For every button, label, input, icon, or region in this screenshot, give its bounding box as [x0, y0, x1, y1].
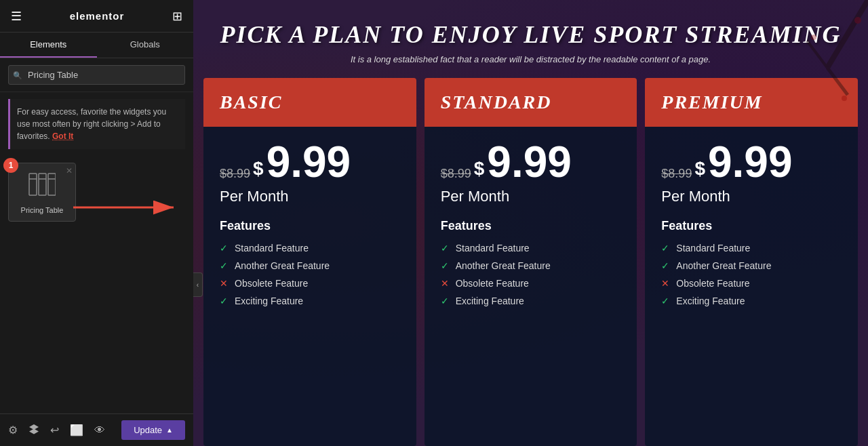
card-header-premium: Premium — [645, 78, 858, 127]
price-amount: 9.99 — [708, 140, 793, 184]
settings-icon[interactable]: ⚙ — [8, 424, 18, 437]
tab-elements[interactable]: Elements — [0, 33, 97, 58]
card-body-basic: $8.99 $ 9.99 Per Month Features ✓ Standa… — [203, 127, 416, 446]
features-label: Features — [661, 219, 842, 233]
price-currency: $ — [694, 158, 705, 180]
check-icon: ✓ — [220, 260, 228, 271]
feature-text: Standard Feature — [235, 243, 309, 254]
pricing-cards-container: Basic $8.99 $ 9.99 Per Month Features ✓ … — [193, 78, 868, 446]
tab-globals[interactable]: Globals — [97, 33, 194, 58]
feature-text: Exciting Feature — [235, 296, 303, 306]
x-icon: ✕ — [441, 278, 449, 289]
card-header-standard: Standard — [425, 78, 637, 127]
bottom-toolbar: ⚙ ↩ ⬜ 👁 Update ▲ — [0, 413, 193, 446]
feature-item: ✓ Exciting Feature — [220, 296, 400, 306]
price-period: Per Month — [661, 188, 842, 205]
widget-badge: 1 — [3, 158, 18, 173]
drag-arrow — [73, 195, 182, 222]
original-price: $8.99 — [661, 167, 692, 181]
features-label: Features — [220, 219, 400, 233]
widget-area: ✕ 1 Pricing Table — [0, 156, 193, 413]
update-chevron-icon: ▲ — [166, 426, 173, 434]
check-icon: ✓ — [441, 243, 449, 254]
feature-text: Standard Feature — [456, 243, 530, 254]
info-box: For easy access, favorite the widgets yo… — [8, 99, 185, 149]
original-price: $8.99 — [441, 167, 471, 181]
price-currency: $ — [474, 158, 485, 180]
svg-rect-2 — [39, 174, 46, 195]
price-row: $8.99 $ 9.99 — [441, 140, 621, 184]
panel-tabs: Elements Globals — [0, 33, 193, 58]
pricing-table-widget[interactable]: ✕ 1 Pricing Table — [8, 163, 76, 222]
got-it-link[interactable]: Got It — [52, 131, 73, 141]
check-icon: ✓ — [220, 296, 228, 306]
card-title-basic: Basic — [220, 92, 400, 113]
features-label: Features — [441, 219, 621, 233]
responsive-icon[interactable]: ⬜ — [70, 424, 83, 437]
grid-icon[interactable]: ⊞ — [172, 9, 182, 24]
layers-icon[interactable] — [28, 424, 39, 437]
feature-item: ✓ Standard Feature — [441, 243, 621, 254]
page-title: Pick a plan to enjoy live sport streamin… — [207, 20, 854, 49]
left-panel: ☰ elementor ⊞ Elements Globals For easy … — [0, 0, 193, 446]
feature-item: ✓ Another Great Feature — [441, 260, 621, 271]
price-amount: 9.99 — [267, 140, 351, 184]
search-bar — [0, 58, 193, 92]
feature-item: ✓ Standard Feature — [220, 243, 400, 254]
price-period: Per Month — [220, 188, 400, 205]
widget-close-icon[interactable]: ✕ — [66, 166, 73, 176]
pricing-card-standard: Standard $8.99 $ 9.99 Per Month Features… — [425, 78, 637, 446]
price-row: $8.99 $ 9.99 — [220, 140, 400, 184]
feature-item: ✓ Another Great Feature — [220, 260, 400, 271]
feature-text: Exciting Feature — [676, 296, 745, 306]
check-icon: ✓ — [220, 243, 228, 254]
widget-label: Pricing Table — [21, 206, 64, 214]
collapse-panel-button[interactable]: ‹ — [193, 272, 203, 297]
search-input[interactable] — [8, 65, 185, 85]
x-icon: ✕ — [220, 278, 228, 289]
feature-text: Obsolete Feature — [235, 278, 308, 289]
elementor-logo: elementor — [70, 10, 125, 22]
original-price: $8.99 — [220, 167, 250, 181]
feature-text: Obsolete Feature — [676, 278, 749, 289]
display-icon[interactable]: 👁 — [94, 424, 105, 437]
check-icon: ✓ — [661, 296, 669, 306]
check-icon: ✓ — [441, 260, 449, 271]
feature-item: ✕ Obsolete Feature — [441, 278, 621, 289]
feature-item: ✕ Obsolete Feature — [220, 278, 400, 289]
card-body-standard: $8.99 $ 9.99 Per Month Features ✓ Standa… — [425, 127, 637, 446]
price-amount: 9.99 — [487, 140, 572, 184]
feature-item: ✓ Exciting Feature — [661, 296, 842, 306]
price-period: Per Month — [441, 188, 621, 205]
feature-text: Another Great Feature — [235, 260, 330, 271]
svg-rect-4 — [48, 174, 56, 195]
info-text: For easy access, favorite the widgets yo… — [17, 107, 166, 141]
update-label: Update — [134, 425, 162, 435]
card-title-standard: Standard — [441, 92, 621, 113]
price-currency: $ — [253, 158, 264, 180]
feature-item: ✕ Obsolete Feature — [661, 278, 842, 289]
check-icon: ✓ — [661, 243, 669, 254]
feature-text: Exciting Feature — [456, 296, 524, 306]
feature-text: Another Great Feature — [456, 260, 551, 271]
price-row: $8.99 $ 9.99 — [661, 140, 842, 184]
hamburger-icon[interactable]: ☰ — [11, 9, 22, 24]
feature-text: Another Great Feature — [676, 260, 771, 271]
pricing-table-icon — [28, 173, 56, 201]
history-icon[interactable]: ↩ — [50, 424, 59, 437]
feature-text: Standard Feature — [676, 243, 750, 254]
feature-item: ✓ Another Great Feature — [661, 260, 842, 271]
pricing-card-premium: Premium $8.99 $ 9.99 Per Month Features … — [645, 78, 858, 446]
feature-text: Obsolete Feature — [456, 278, 529, 289]
page-subtitle: It is a long established fact that a rea… — [207, 54, 854, 64]
right-content: Pick a plan to enjoy live sport streamin… — [193, 0, 868, 446]
page-header: Pick a plan to enjoy live sport streamin… — [193, 0, 868, 78]
panel-header: ☰ elementor ⊞ — [0, 0, 193, 33]
feature-item: ✓ Exciting Feature — [441, 296, 621, 306]
svg-rect-0 — [29, 174, 37, 195]
update-button[interactable]: Update ▲ — [121, 420, 185, 440]
card-title-premium: Premium — [661, 92, 842, 113]
check-icon: ✓ — [661, 260, 669, 271]
check-icon: ✓ — [441, 296, 449, 306]
card-header-basic: Basic — [203, 78, 416, 127]
